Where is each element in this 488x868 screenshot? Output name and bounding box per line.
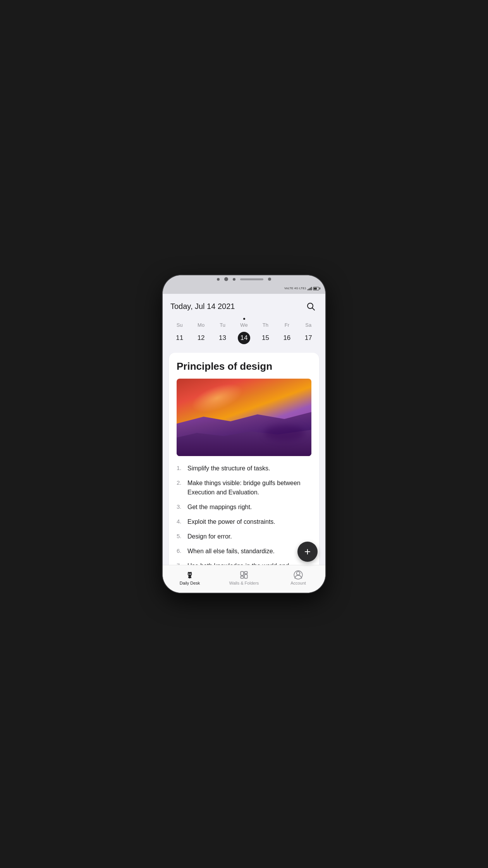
date-cell-16[interactable]: 16 — [276, 330, 297, 346]
principle-item-1: 1. Simplify the structure of tasks. — [177, 464, 311, 473]
signal-bar-4 — [311, 287, 312, 290]
signal-bar-2 — [309, 288, 309, 290]
account-icon — [293, 570, 303, 580]
day-label-sa: Sa — [298, 321, 319, 329]
signal-bar-1 — [308, 289, 308, 290]
principles-list: 1. Simplify the structure of tasks. 2. M… — [177, 464, 311, 580]
principle-num-6: 6. — [177, 547, 187, 556]
header-date: Today, Jul 14 2021 — [170, 302, 235, 311]
status-bar: VoLTE 4G LTE1 — [163, 283, 325, 294]
notch-dot-3 — [268, 278, 271, 281]
date-12[interactable]: 12 — [195, 332, 207, 344]
status-bar-right: VoLTE 4G LTE1 — [284, 286, 319, 290]
phone-screen: VoLTE 4G LTE1 Today, Jul 14 2021 — [163, 275, 325, 593]
principle-item-2: 2. Make things visible: bridge gulfs bet… — [177, 479, 311, 497]
day-label-tu: Tu — [212, 321, 233, 329]
notch-capsule — [240, 278, 263, 280]
date-cell-17[interactable]: 17 — [298, 330, 319, 346]
date-cell-14[interactable]: 14 — [233, 330, 254, 346]
daily-desk-icon-svg — [185, 570, 195, 580]
phone-device: VoLTE 4G LTE1 Today, Jul 14 2021 — [163, 275, 325, 593]
svg-rect-7 — [244, 571, 247, 573]
principle-num-3: 3. — [177, 503, 187, 512]
notch-dot-1 — [217, 278, 220, 281]
principle-item-5: 5. Design for error. — [177, 532, 311, 541]
nav-item-walls-folders[interactable]: Walls & Folders — [217, 565, 271, 593]
date-cell-15[interactable]: 15 — [255, 330, 276, 346]
date-11[interactable]: 11 — [174, 332, 186, 344]
notch-area — [163, 275, 325, 283]
principle-text-3: Get the mappings right. — [187, 503, 311, 512]
card-inner: Principles of design 1. — [169, 353, 319, 593]
principle-item-3: 3. Get the mappings right. — [177, 503, 311, 512]
header: Today, Jul 14 2021 — [163, 294, 325, 316]
article-card: Principles of design 1. — [169, 353, 319, 593]
date-cell-11[interactable]: 11 — [169, 330, 190, 346]
notch-dot-camera — [224, 277, 228, 281]
date-13[interactable]: 13 — [217, 332, 229, 344]
date-15[interactable]: 15 — [259, 332, 271, 344]
daily-desk-icon — [185, 570, 195, 580]
account-icon-svg — [293, 570, 303, 580]
battery-icon — [313, 287, 319, 290]
bottom-nav: Daily Desk Walls & Folders — [163, 565, 325, 593]
nav-label-walls-folders: Walls & Folders — [229, 581, 259, 585]
svg-rect-8 — [244, 574, 247, 578]
calendar: Su Mo Tu We Th Fr Sa 11 12 13 14 15 16 1… — [163, 316, 325, 350]
principle-num-2: 2. — [177, 479, 187, 497]
notch-dot-2 — [233, 278, 235, 281]
calendar-dot-row — [169, 318, 319, 320]
svg-rect-6 — [241, 576, 244, 578]
date-17[interactable]: 17 — [302, 332, 314, 344]
principle-text-6: When all else fails, standardize. — [187, 547, 311, 556]
date-cell-13[interactable]: 13 — [212, 330, 233, 346]
principle-text-4: Exploit the power of constraints. — [187, 517, 311, 527]
day-label-fr: Fr — [276, 321, 297, 329]
canyon-shadow — [264, 425, 304, 441]
principle-text-5: Design for error. — [187, 532, 311, 541]
principle-item-6: 6. When all else fails, standardize. — [177, 547, 311, 556]
nav-item-daily-desk[interactable]: Daily Desk — [163, 565, 217, 593]
nav-label-account: Account — [290, 581, 306, 585]
signal-bar-3 — [310, 288, 311, 290]
svg-line-1 — [313, 308, 315, 310]
principle-text-2: Make things visible: bridge gulfs betwee… — [187, 479, 311, 497]
fab-plus-icon: + — [304, 546, 311, 557]
svg-point-9 — [297, 571, 300, 575]
article-image — [177, 379, 311, 456]
principle-num-4: 4. — [177, 517, 187, 527]
nav-item-account[interactable]: Account — [271, 565, 325, 593]
day-label-we: We — [233, 321, 254, 329]
search-icon — [306, 302, 315, 311]
date-cell-12[interactable]: 12 — [190, 330, 211, 346]
signal-bars — [308, 286, 312, 290]
date-14-selected[interactable]: 14 — [238, 332, 250, 344]
svg-point-4 — [190, 573, 191, 575]
notch-dots — [217, 277, 271, 281]
principle-num-1: 1. — [177, 464, 187, 473]
fab-button[interactable]: + — [297, 542, 318, 562]
calendar-days-header: Su Mo Tu We Th Fr Sa — [169, 321, 319, 329]
battery-fill — [314, 288, 317, 290]
article-title: Principles of design — [177, 360, 311, 372]
svg-rect-5 — [241, 571, 244, 575]
app-content: Today, Jul 14 2021 Su Mo Tu We — [163, 294, 325, 593]
date-16[interactable]: 16 — [281, 332, 293, 344]
network-text: VoLTE 4G LTE1 — [284, 287, 306, 290]
calendar-dates: 11 12 13 14 15 16 17 — [169, 330, 319, 346]
day-label-su: Su — [169, 321, 190, 329]
day-label-mo: Mo — [190, 321, 211, 329]
walls-folders-icon-svg — [239, 570, 249, 580]
principle-item-4: 4. Exploit the power of constraints. — [177, 517, 311, 527]
walls-folders-icon — [239, 570, 249, 580]
principle-text-1: Simplify the structure of tasks. — [187, 464, 311, 473]
principle-num-5: 5. — [177, 532, 187, 541]
day-label-th: Th — [255, 321, 276, 329]
nav-label-daily-desk: Daily Desk — [180, 581, 200, 585]
calendar-today-dot — [243, 318, 245, 320]
svg-point-3 — [188, 573, 189, 575]
search-button[interactable] — [304, 299, 318, 313]
